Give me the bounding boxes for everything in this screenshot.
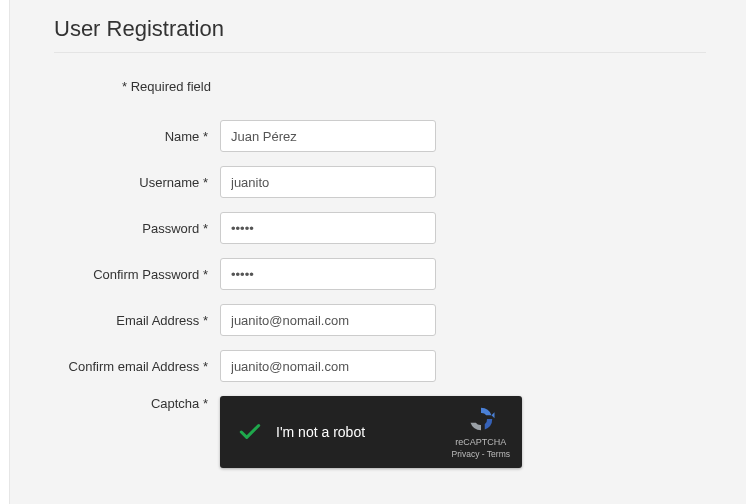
confirm-email-field[interactable] [220, 350, 436, 382]
recaptcha-brand-text: reCAPTCHA [455, 437, 506, 449]
name-field[interactable] [220, 120, 436, 152]
left-rail [0, 0, 10, 504]
label-captcha: Captcha * [54, 396, 220, 411]
label-confirm-email: Confirm email Address * [54, 359, 220, 374]
label-password: Password * [54, 221, 220, 236]
required-field-note: * Required field [122, 79, 706, 94]
row-confirm-password: Confirm Password * [54, 258, 706, 290]
checkmark-icon [236, 418, 264, 446]
row-password: Password * [54, 212, 706, 244]
recaptcha-icon [466, 404, 496, 434]
recaptcha-label: I'm not a robot [276, 424, 452, 440]
label-name: Name * [54, 129, 220, 144]
recaptcha-links[interactable]: Privacy - Terms [452, 449, 510, 460]
label-email: Email Address * [54, 313, 220, 328]
label-username: Username * [54, 175, 220, 190]
title-divider [54, 52, 706, 53]
row-name: Name * [54, 120, 706, 152]
registration-form: User Registration * Required field Name … [0, 0, 746, 468]
username-field[interactable] [220, 166, 436, 198]
recaptcha-widget[interactable]: I'm not a robot reCAPTCHA Privacy - Term… [220, 396, 522, 468]
label-confirm-password: Confirm Password * [54, 267, 220, 282]
row-username: Username * [54, 166, 706, 198]
password-field[interactable] [220, 212, 436, 244]
confirm-password-field[interactable] [220, 258, 436, 290]
row-confirm-email: Confirm email Address * [54, 350, 706, 382]
row-captcha: Captcha * I'm not a robot reCAPTCHA [54, 396, 706, 468]
recaptcha-branding: reCAPTCHA Privacy - Terms [452, 404, 510, 460]
row-email: Email Address * [54, 304, 706, 336]
page-title: User Registration [54, 16, 706, 42]
svg-marker-0 [491, 412, 494, 418]
email-field[interactable] [220, 304, 436, 336]
